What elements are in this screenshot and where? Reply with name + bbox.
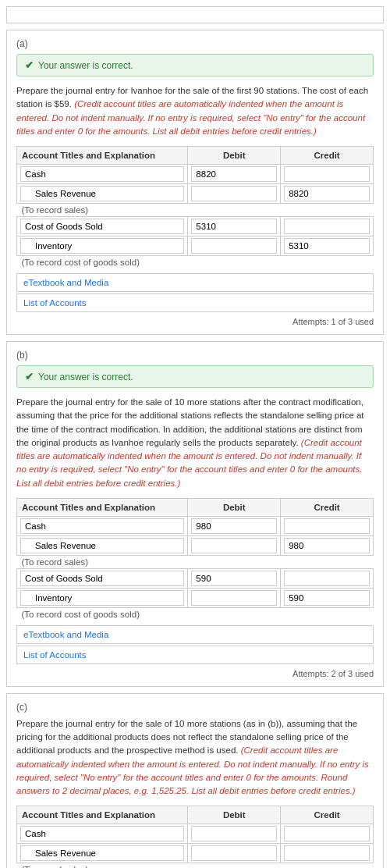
check-icon: ✔	[25, 59, 34, 71]
instructions-red: (Credit account titles are automatically…	[16, 438, 362, 488]
col-header-1: Debit	[188, 147, 281, 165]
credit-input[interactable]	[284, 571, 370, 586]
account-input[interactable]	[20, 571, 184, 586]
table-row	[17, 844, 374, 863]
credit-input[interactable]	[284, 219, 370, 234]
account-input[interactable]	[20, 538, 184, 553]
account-input[interactable]	[20, 826, 184, 841]
debit-input[interactable]	[191, 590, 277, 606]
debit-input[interactable]	[191, 186, 277, 201]
account-input[interactable]	[20, 186, 184, 201]
account-input[interactable]	[20, 166, 184, 182]
journal-table: Account Titles and ExplanationDebitCredi…	[16, 146, 374, 269]
debit-input[interactable]	[191, 538, 277, 553]
debit-input[interactable]	[191, 826, 277, 841]
credit-input[interactable]	[284, 186, 370, 201]
section-a: (a)✔Your answer is correct.Prepare the j…	[6, 30, 384, 335]
section-b: (b)✔Your answer is correct.Prepare the j…	[6, 341, 384, 687]
credit-input[interactable]	[284, 238, 370, 254]
correct-banner: ✔Your answer is correct.	[16, 54, 374, 76]
col-header-2: Credit	[281, 806, 374, 824]
credit-input[interactable]	[284, 538, 370, 553]
credit-input[interactable]	[284, 166, 370, 182]
section-label: (b)	[16, 350, 374, 361]
col-header-0: Account Titles and Explanation	[17, 147, 188, 165]
debit-input[interactable]	[191, 518, 277, 534]
table-row	[17, 568, 374, 588]
account-input[interactable]	[20, 518, 184, 534]
instructions-red: (Credit account titles are automatically…	[16, 99, 365, 136]
section-label: (a)	[16, 38, 374, 49]
attempts-text: Attempts: 2 of 3 used	[16, 669, 374, 678]
etextbook-link[interactable]: eTextbook and Media	[16, 273, 374, 292]
check-icon: ✔	[25, 371, 34, 382]
etextbook-link[interactable]: eTextbook and Media	[16, 625, 374, 644]
correct-banner: ✔Your answer is correct.	[16, 365, 374, 388]
credit-input[interactable]	[284, 845, 370, 861]
table-row	[17, 588, 374, 607]
list-of-accounts-link[interactable]: List of Accounts	[16, 293, 374, 312]
credit-input[interactable]	[284, 590, 370, 606]
note-cell: (To record cost of goods sold)	[17, 256, 374, 269]
table-row	[17, 237, 374, 256]
instructions: Prepare the journal entry for the sale o…	[16, 396, 374, 490]
table-row	[17, 165, 374, 184]
credit-input[interactable]	[284, 826, 370, 841]
col-header-1: Debit	[188, 806, 281, 824]
debit-input[interactable]	[191, 845, 277, 861]
journal-table: Account Titles and ExplanationDebitCredi…	[16, 806, 374, 868]
note-cell: (To record cost of goods sold)	[17, 607, 374, 621]
col-header-0: Account Titles and Explanation	[17, 806, 188, 824]
journal-table: Account Titles and ExplanationDebitCredi…	[16, 498, 374, 621]
account-input[interactable]	[20, 845, 184, 861]
correct-text: Your answer is correct.	[38, 372, 133, 382]
col-header-1: Debit	[188, 498, 281, 516]
account-input[interactable]	[20, 219, 184, 234]
table-row	[17, 824, 374, 844]
col-header-0: Account Titles and Explanation	[17, 498, 188, 516]
note-cell: (To record sales)	[17, 863, 374, 868]
correct-text: Your answer is correct.	[38, 60, 133, 71]
debit-input[interactable]	[191, 571, 277, 586]
account-input[interactable]	[20, 590, 184, 606]
table-row	[17, 535, 374, 555]
list-of-accounts-link[interactable]: List of Accounts	[16, 646, 374, 664]
col-header-2: Credit	[281, 147, 374, 165]
table-row	[17, 217, 374, 237]
instructions-red: (Credit account titles are automatically…	[16, 745, 369, 795]
debit-input[interactable]	[191, 219, 277, 234]
col-header-2: Credit	[281, 498, 374, 516]
account-input[interactable]	[20, 238, 184, 254]
note-cell: (To record sales)	[17, 204, 374, 217]
credit-input[interactable]	[284, 518, 370, 534]
instructions: Prepare the journal entry for the sale o…	[16, 717, 374, 799]
section-label: (c)	[16, 702, 374, 713]
intro-text	[6, 6, 384, 23]
section-c: (c)Prepare the journal entry for the sal…	[6, 693, 384, 868]
note-cell: (To record sales)	[17, 555, 374, 568]
table-row	[17, 184, 374, 204]
attempts-text: Attempts: 1 of 3 used	[16, 317, 374, 326]
debit-input[interactable]	[191, 166, 277, 182]
debit-input[interactable]	[191, 238, 277, 254]
instructions: Prepare the journal entry for Ivanhoe fo…	[16, 84, 374, 138]
table-row	[17, 516, 374, 535]
